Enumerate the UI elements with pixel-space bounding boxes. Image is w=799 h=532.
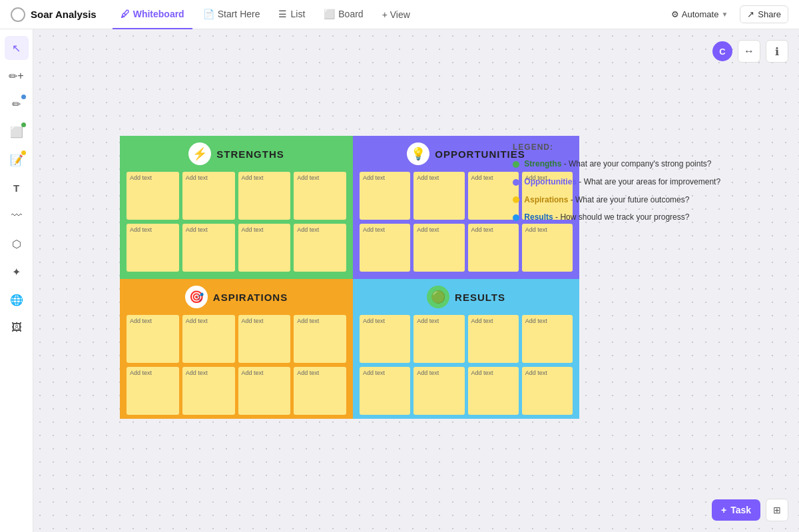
bottom-right-actions: + Task ⊞ [712,499,788,521]
automate-caret-icon: ▼ [721,11,728,18]
avatar: C [712,41,732,61]
legend-desc-strengths: - What are your company's strong points? [564,159,712,168]
share-icon: ↗ [747,9,754,19]
shape-dot [21,123,26,127]
list-item[interactable]: Add text [522,367,573,415]
info-icon: ℹ [775,45,779,58]
list-item[interactable]: Add text [294,172,346,220]
add-view-button[interactable]: + View [374,0,418,29]
results-row2: Add text Add text Add text Add text [360,367,573,415]
list-item[interactable]: Add text [360,315,410,363]
board-icon: ⬜ [324,9,335,19]
list-item[interactable]: Add text [468,367,519,415]
legend-keyword-results: Results [524,212,553,222]
nav-logo: Soar Analysis [11,7,97,22]
list-item[interactable]: Add text [413,315,464,363]
legend-dot-opportunities [513,179,519,186]
aspirations-row2: Add text Add text Add text Add text [127,367,346,415]
tab-whiteboard-label: Whiteboard [133,9,184,19]
list-item[interactable]: Add text [294,367,346,415]
quadrant-aspirations: 🎯 ASPIRATIONS Add text Add text Add text… [120,279,353,419]
list-item[interactable]: Add text [238,315,291,363]
note-tool[interactable]: 📝 [5,148,29,172]
legend-item-opportunities: Opportunities - What are your areas for … [513,176,720,188]
list-item[interactable]: Add text [127,224,179,272]
canvas-top-right: C ↔ ℹ [712,40,788,63]
shape-icon: ⬜ [10,126,23,138]
list-item[interactable]: Add text [522,315,573,363]
start-here-icon: 📄 [203,9,214,19]
legend-item-strengths: Strengths - What are your company's stro… [513,158,720,170]
list-item[interactable]: Add text [294,315,346,363]
list-item[interactable]: Add text [360,172,410,220]
fit-view-button[interactable]: ↔ [738,40,760,63]
add-task-icon: + [721,505,726,515]
automate-label: Automate [682,9,719,19]
list-item[interactable]: Add text [127,367,179,415]
list-item[interactable]: Add text [360,224,410,272]
legend-dot-aspirations [513,196,519,203]
legend-desc-results: - How should we track your progress? [555,212,689,222]
list-item[interactable]: Add text [127,315,179,363]
nav-tabs: 🖊 Whiteboard 📄 Start Here ☰ List ⬜ Board… [113,0,418,29]
pen-plus-tool[interactable]: ✏ + [5,64,29,88]
freehand-tool[interactable]: 〰 [5,204,29,228]
results-row1: Add text Add text Add text Add text [360,315,573,363]
nav-right-actions: ⚙ Automate ▼ ↗ Share [665,5,788,23]
text-tool[interactable]: T [5,176,29,200]
note-icon: 📝 [10,154,23,166]
list-item[interactable]: Add text [468,315,519,363]
list-item[interactable]: Add text [182,224,235,272]
tab-board-label: Board [338,9,363,19]
globe-tool[interactable]: 🌐 [5,288,29,312]
results-icon: 🟢 [427,286,449,308]
tab-start-here[interactable]: 📄 Start Here [195,0,268,29]
list-item[interactable]: Add text [238,224,291,272]
project-title: Soar Analysis [31,9,97,20]
legend-keyword-opportunities: Opportunities [524,177,577,186]
list-item[interactable]: Add text [182,367,235,415]
add-task-button[interactable]: + Task [712,499,760,521]
strengths-row1: Add text Add text Add text Add text [127,172,346,220]
list-item[interactable]: Add text [127,172,179,220]
cursor-tool[interactable]: ↖ [5,36,29,60]
automate-button[interactable]: ⚙ Automate ▼ [665,6,735,23]
logo-circle [11,7,25,22]
tab-list[interactable]: ☰ List [270,0,313,29]
tab-whiteboard[interactable]: 🖊 Whiteboard [113,0,192,29]
whiteboard-icon: 🖊 [121,9,130,19]
legend-title: LEGEND: [513,142,720,152]
list-item[interactable]: Add text [413,172,464,220]
quadrant-results: 🟢 RESULTS Add text Add text Add text Add… [353,279,579,419]
freehand-icon: 〰 [11,210,22,222]
legend-desc-aspirations: - What are your future outcomes? [571,195,690,204]
legend-item-aspirations: Aspirations - What are your future outco… [513,194,720,206]
list-item[interactable]: Add text [360,367,410,415]
main-area: ↖ ✏ + ✏ ⬜ 📝 T 〰 ⬡ ✦ 🌐 [0,29,799,532]
draw-tool[interactable]: ✏ [5,92,29,116]
strengths-title: STRENGTHS [216,148,284,160]
image-tool[interactable]: 🖼 [5,316,29,340]
connect-tool[interactable]: ⬡ [5,232,29,256]
strengths-icon: ⚡ [188,142,211,165]
list-item[interactable]: Add text [238,172,291,220]
results-header: 🟢 RESULTS [360,286,573,308]
list-item[interactable]: Add text [182,315,235,363]
list-item[interactable]: Add text [294,224,346,272]
list-item[interactable]: Add text [182,172,235,220]
list-item[interactable]: Add text [238,367,291,415]
legend-keyword-strengths: Strengths [524,159,561,168]
pen-plus-icon: ✏ [9,70,17,83]
list-item[interactable]: Add text [413,224,464,272]
legend-dot-strengths [513,161,519,168]
sparkle-icon: ✦ [12,266,21,278]
share-button[interactable]: ↗ Share [740,5,788,23]
sparkle-tool[interactable]: ✦ [5,260,29,284]
canvas[interactable]: C ↔ ℹ ⚡ STRENGTHS Add text Add text Add … [33,29,799,532]
tab-board[interactable]: ⬜ Board [316,0,371,29]
info-button[interactable]: ℹ [766,40,788,63]
globe-icon: 🌐 [10,294,23,306]
shape-tool[interactable]: ⬜ [5,120,29,144]
grid-view-button[interactable]: ⊞ [766,499,788,521]
list-item[interactable]: Add text [413,367,464,415]
